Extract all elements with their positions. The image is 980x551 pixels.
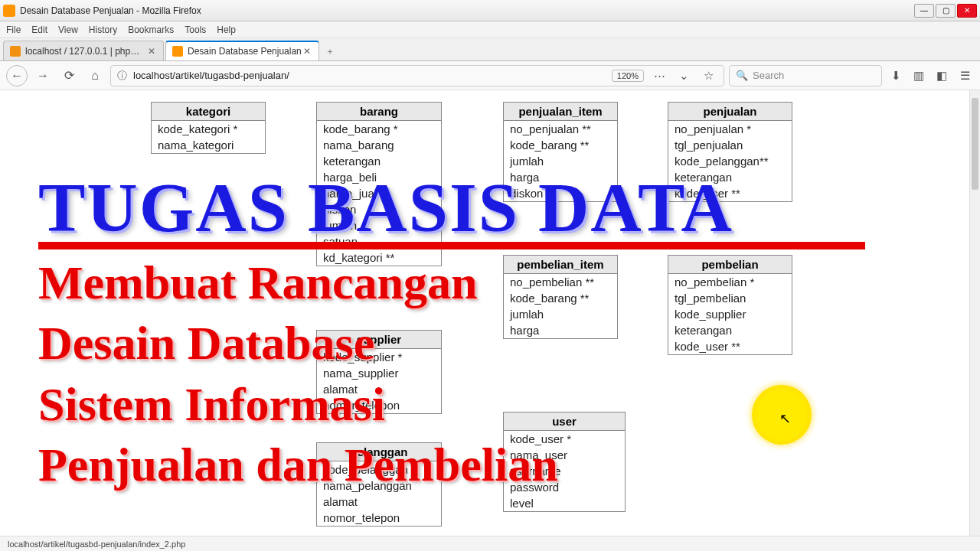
erd-column: no_penjualan ** bbox=[504, 121, 617, 137]
erd-table-penjualan[interactable]: penjualanno_penjualan *tgl_penjualankode… bbox=[668, 102, 792, 202]
erd-column: kd_kategori ** bbox=[317, 249, 441, 266]
erd-column: alamat bbox=[317, 381, 441, 397]
erd-column: tgl_pembelian bbox=[668, 290, 792, 306]
erd-column: kode_pelanggan** bbox=[668, 153, 792, 169]
erd-column: diskon bbox=[317, 201, 441, 217]
erd-table-kategori[interactable]: kategorikode_kategori *nama_kategori bbox=[151, 102, 266, 154]
close-button[interactable]: ✕ bbox=[957, 4, 977, 18]
phpmyadmin-favicon-icon bbox=[10, 46, 21, 57]
vertical-scrollbar[interactable] bbox=[969, 90, 980, 536]
erd-table-title: penjualan_item bbox=[504, 103, 617, 121]
zoom-indicator[interactable]: 120% bbox=[612, 70, 644, 82]
erd-column: no_penjualan * bbox=[668, 121, 792, 137]
erd-column: nomor_telepon bbox=[317, 397, 441, 413]
erd-column: kode_barang * bbox=[317, 121, 441, 137]
erd-column: jumlah bbox=[504, 153, 617, 169]
erd-table-title: kategori bbox=[152, 103, 265, 121]
erd-table-barang[interactable]: barangkode_barang *nama_barangketerangan… bbox=[316, 102, 442, 266]
status-bar: localhost/artikel/tugasbd-penjualan/inde… bbox=[0, 536, 980, 551]
forward-button[interactable]: → bbox=[32, 65, 54, 86]
sidebar-icon[interactable]: ◧ bbox=[933, 67, 951, 85]
erd-column: nomor_telepon bbox=[317, 510, 441, 526]
erd-column: jumlah bbox=[504, 306, 617, 322]
erd-column: keterangan bbox=[317, 153, 441, 169]
search-placeholder: Search bbox=[753, 70, 784, 81]
tab-label: Desain Database Penjualan bbox=[188, 46, 302, 57]
status-text: localhost/artikel/tugasbd-penjualan/inde… bbox=[8, 540, 185, 549]
erd-column: keterangan bbox=[668, 169, 792, 185]
menu-history[interactable]: History bbox=[89, 24, 117, 35]
erd-column: diskon bbox=[504, 185, 617, 201]
erd-table-title: penjualan bbox=[668, 103, 792, 121]
erd-column: nama_user bbox=[504, 447, 625, 463]
menu-bar: File Edit View History Bookmarks Tools H… bbox=[0, 21, 980, 38]
hamburger-menu-icon[interactable]: ☰ bbox=[956, 67, 974, 85]
back-button[interactable]: ← bbox=[6, 65, 28, 86]
menu-edit[interactable]: Edit bbox=[31, 24, 47, 35]
erd-column: nama_supplier bbox=[317, 365, 441, 381]
downloads-icon[interactable]: ⬇ bbox=[887, 67, 905, 85]
erd-column: level bbox=[504, 495, 625, 511]
window-titlebar: Desain Database Penjualan - Mozilla Fire… bbox=[0, 0, 980, 21]
erd-column: harga bbox=[504, 169, 617, 185]
page-favicon-icon bbox=[172, 46, 183, 57]
erd-diagram: kategorikode_kategori *nama_kategoribara… bbox=[0, 90, 969, 536]
erd-column: kode_supplier * bbox=[317, 349, 441, 365]
menu-view[interactable]: View bbox=[58, 24, 78, 35]
menu-bookmarks[interactable]: Bookmarks bbox=[128, 24, 174, 35]
erd-column: harga bbox=[504, 322, 617, 338]
erd-table-pelanggan[interactable]: pelanggankode_pelanggan *nama_pelanggana… bbox=[316, 442, 442, 527]
erd-table-title: user bbox=[504, 412, 625, 431]
erd-table-penjualan_item[interactable]: penjualan_itemno_penjualan **kode_barang… bbox=[503, 102, 618, 202]
erd-table-title: supplier bbox=[317, 331, 441, 349]
reload-button[interactable]: ⟳ bbox=[58, 65, 80, 86]
cursor-highlight-icon: ↖ bbox=[752, 385, 812, 445]
search-box[interactable]: 🔍 Search bbox=[729, 65, 882, 86]
erd-column: keterangan bbox=[668, 322, 792, 338]
menu-help[interactable]: Help bbox=[217, 24, 236, 35]
page-actions-icon[interactable]: ⋯ bbox=[650, 67, 668, 85]
erd-table-supplier[interactable]: supplierkode_supplier *nama_supplieralam… bbox=[316, 330, 442, 414]
pointer-cursor-icon: ↖ bbox=[779, 410, 791, 427]
home-button[interactable]: ⌂ bbox=[84, 65, 106, 86]
erd-column: satuan bbox=[317, 233, 441, 249]
minimize-button[interactable]: — bbox=[914, 4, 934, 18]
library-icon[interactable]: ▥ bbox=[910, 67, 928, 85]
erd-column: nama_pelanggan bbox=[317, 478, 441, 494]
page-viewport: kategorikode_kategori *nama_kategoribara… bbox=[0, 90, 969, 536]
menu-tools[interactable]: Tools bbox=[185, 24, 206, 35]
erd-column: nama_barang bbox=[317, 137, 441, 153]
close-tab-icon[interactable]: ✕ bbox=[146, 46, 157, 57]
erd-column: kode_user ** bbox=[668, 338, 792, 354]
new-tab-button[interactable]: ＋ bbox=[321, 42, 339, 60]
tab-desain-database[interactable]: Desain Database Penjualan ✕ bbox=[165, 41, 319, 60]
window-title: Desain Database Penjualan - Mozilla Fire… bbox=[20, 5, 914, 16]
erd-table-title: pelanggan bbox=[317, 443, 441, 461]
scrollbar-thumb[interactable] bbox=[972, 98, 978, 190]
search-icon: 🔍 bbox=[736, 70, 748, 81]
erd-column: tgl_penjualan bbox=[668, 137, 792, 153]
erd-column: kode_user * bbox=[504, 431, 625, 447]
erd-column: password bbox=[504, 479, 625, 495]
site-info-icon[interactable]: ⓘ bbox=[117, 69, 127, 83]
url-text: localhost/artikel/tugasbd-penjualan/ bbox=[133, 70, 606, 81]
tab-phpmyadmin[interactable]: localhost / 127.0.0.1 | phpMyA… ✕ bbox=[3, 41, 164, 60]
erd-column: kode_supplier bbox=[668, 306, 792, 322]
erd-column: nama_kategori bbox=[152, 137, 265, 153]
bookmark-star-icon[interactable]: ☆ bbox=[699, 67, 717, 85]
address-bar[interactable]: ⓘ localhost/artikel/tugasbd-penjualan/ 1… bbox=[110, 65, 724, 86]
close-tab-icon[interactable]: ✕ bbox=[302, 46, 312, 57]
erd-column: kode_barang ** bbox=[504, 290, 617, 306]
maximize-button[interactable]: ▢ bbox=[936, 4, 956, 18]
erd-column: jumlah bbox=[317, 217, 441, 233]
menu-file[interactable]: File bbox=[6, 24, 21, 35]
erd-column: no_pembelian ** bbox=[504, 274, 617, 290]
erd-table-pembelian[interactable]: pembelianno_pembelian *tgl_pembeliankode… bbox=[668, 255, 792, 355]
erd-table-user[interactable]: userkode_user *nama_userusernamepassword… bbox=[503, 412, 626, 512]
tab-label: localhost / 127.0.0.1 | phpMyA… bbox=[25, 46, 146, 57]
erd-column: kode_user ** bbox=[668, 185, 792, 201]
erd-table-title: pembelian bbox=[668, 256, 792, 274]
erd-table-pembelian_item[interactable]: pembelian_itemno_pembelian **kode_barang… bbox=[503, 255, 618, 339]
pocket-icon[interactable]: ⌄ bbox=[675, 67, 693, 85]
erd-column: harga_beli bbox=[317, 169, 441, 185]
